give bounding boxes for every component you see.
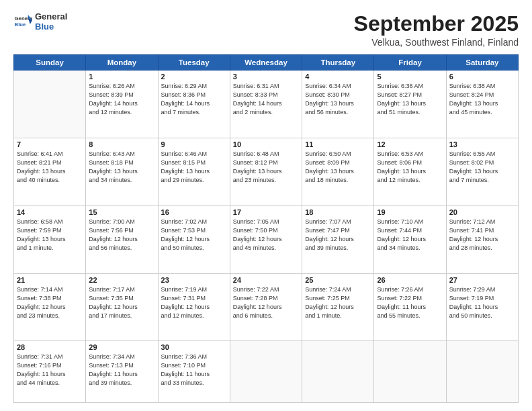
table-row: 16Sunrise: 7:02 AMSunset: 7:53 PMDayligh… — [158, 205, 230, 273]
table-row — [446, 341, 518, 403]
day-info: Sunrise: 7:02 AMSunset: 7:53 PMDaylight:… — [161, 218, 227, 253]
table-row: 1Sunrise: 6:26 AMSunset: 8:39 PMDaylight… — [86, 71, 158, 138]
day-number: 10 — [233, 140, 299, 148]
day-number: 22 — [89, 276, 154, 284]
day-number: 23 — [161, 276, 227, 284]
day-info: Sunrise: 6:53 AMSunset: 8:06 PMDaylight:… — [377, 150, 443, 185]
table-row: 9Sunrise: 6:46 AMSunset: 8:15 PMDaylight… — [158, 138, 230, 205]
logo-icon: General Blue — [13, 13, 32, 32]
table-row — [374, 341, 446, 403]
logo-general-text: General — [35, 12, 67, 22]
svg-text:Blue: Blue — [15, 21, 27, 28]
day-number: 7 — [17, 140, 83, 148]
day-info: Sunrise: 6:43 AMSunset: 8:18 PMDaylight:… — [89, 150, 154, 185]
day-info: Sunrise: 7:29 AMSunset: 7:19 PMDaylight:… — [449, 285, 515, 320]
day-number: 17 — [233, 208, 299, 216]
day-info: Sunrise: 7:24 AMSunset: 7:25 PMDaylight:… — [305, 285, 371, 320]
day-info: Sunrise: 6:48 AMSunset: 8:12 PMDaylight:… — [233, 150, 299, 185]
day-number: 18 — [305, 208, 371, 216]
table-row: 11Sunrise: 6:50 AMSunset: 8:09 PMDayligh… — [302, 138, 374, 205]
col-friday: Friday — [374, 55, 446, 71]
day-info: Sunrise: 6:58 AMSunset: 7:59 PMDaylight:… — [17, 218, 83, 253]
day-number: 6 — [449, 73, 515, 81]
day-info: Sunrise: 6:50 AMSunset: 8:09 PMDaylight:… — [305, 150, 371, 185]
table-row: 15Sunrise: 7:00 AMSunset: 7:56 PMDayligh… — [86, 205, 158, 273]
day-info: Sunrise: 7:14 AMSunset: 7:38 PMDaylight:… — [17, 285, 83, 320]
logo-blue-text: Blue — [35, 22, 67, 32]
title-block: September 2025 Velkua, Southwest Finland… — [354, 12, 519, 48]
col-thursday: Thursday — [302, 55, 374, 71]
table-row: 18Sunrise: 7:07 AMSunset: 7:47 PMDayligh… — [302, 205, 374, 273]
day-number: 29 — [89, 343, 154, 351]
day-number: 26 — [377, 276, 443, 284]
day-info: Sunrise: 6:55 AMSunset: 8:02 PMDaylight:… — [449, 150, 515, 185]
table-row: 5Sunrise: 6:36 AMSunset: 8:27 PMDaylight… — [374, 71, 446, 138]
col-saturday: Saturday — [446, 55, 518, 71]
table-row: 4Sunrise: 6:34 AMSunset: 8:30 PMDaylight… — [302, 71, 374, 138]
col-tuesday: Tuesday — [158, 55, 230, 71]
col-wednesday: Wednesday — [230, 55, 302, 71]
day-number: 19 — [377, 208, 443, 216]
day-info: Sunrise: 7:12 AMSunset: 7:41 PMDaylight:… — [449, 218, 515, 253]
table-row: 27Sunrise: 7:29 AMSunset: 7:19 PMDayligh… — [446, 273, 518, 341]
table-row: 8Sunrise: 6:43 AMSunset: 8:18 PMDaylight… — [86, 138, 158, 205]
table-row: 25Sunrise: 7:24 AMSunset: 7:25 PMDayligh… — [302, 273, 374, 341]
day-number: 15 — [89, 208, 154, 216]
day-info: Sunrise: 6:36 AMSunset: 8:27 PMDaylight:… — [377, 82, 443, 117]
day-number: 9 — [161, 140, 227, 148]
day-info: Sunrise: 6:38 AMSunset: 8:24 PMDaylight:… — [449, 82, 515, 117]
table-row: 22Sunrise: 7:17 AMSunset: 7:35 PMDayligh… — [86, 273, 158, 341]
day-info: Sunrise: 7:07 AMSunset: 7:47 PMDaylight:… — [305, 218, 371, 253]
table-row: 26Sunrise: 7:26 AMSunset: 7:22 PMDayligh… — [374, 273, 446, 341]
table-row: 13Sunrise: 6:55 AMSunset: 8:02 PMDayligh… — [446, 138, 518, 205]
table-row: 10Sunrise: 6:48 AMSunset: 8:12 PMDayligh… — [230, 138, 302, 205]
table-row: 6Sunrise: 6:38 AMSunset: 8:24 PMDaylight… — [446, 71, 518, 138]
table-row: 20Sunrise: 7:12 AMSunset: 7:41 PMDayligh… — [446, 205, 518, 273]
table-row: 14Sunrise: 6:58 AMSunset: 7:59 PMDayligh… — [14, 205, 86, 273]
day-info: Sunrise: 7:34 AMSunset: 7:13 PMDaylight:… — [89, 353, 154, 387]
day-info: Sunrise: 6:34 AMSunset: 8:30 PMDaylight:… — [305, 82, 371, 117]
table-row: 30Sunrise: 7:36 AMSunset: 7:10 PMDayligh… — [158, 341, 230, 403]
location-text: Velkua, Southwest Finland, Finland — [354, 37, 519, 48]
day-number: 20 — [449, 208, 515, 216]
day-info: Sunrise: 7:19 AMSunset: 7:31 PMDaylight:… — [161, 285, 227, 320]
day-number: 4 — [305, 73, 371, 81]
day-info: Sunrise: 6:26 AMSunset: 8:39 PMDaylight:… — [89, 82, 154, 117]
day-info: Sunrise: 7:36 AMSunset: 7:10 PMDaylight:… — [161, 353, 227, 387]
table-row: 19Sunrise: 7:10 AMSunset: 7:44 PMDayligh… — [374, 205, 446, 273]
day-number: 27 — [449, 276, 515, 284]
day-info: Sunrise: 6:46 AMSunset: 8:15 PMDaylight:… — [161, 150, 227, 185]
table-row: 21Sunrise: 7:14 AMSunset: 7:38 PMDayligh… — [14, 273, 86, 341]
day-info: Sunrise: 7:10 AMSunset: 7:44 PMDaylight:… — [377, 218, 443, 253]
table-row: 3Sunrise: 6:31 AMSunset: 8:33 PMDaylight… — [230, 71, 302, 138]
day-number: 12 — [377, 140, 443, 148]
day-number: 28 — [17, 343, 83, 351]
table-row: 17Sunrise: 7:05 AMSunset: 7:50 PMDayligh… — [230, 205, 302, 273]
calendar-table: Sunday Monday Tuesday Wednesday Thursday… — [13, 54, 519, 403]
table-row: 28Sunrise: 7:31 AMSunset: 7:16 PMDayligh… — [14, 341, 86, 403]
table-row: 12Sunrise: 6:53 AMSunset: 8:06 PMDayligh… — [374, 138, 446, 205]
day-number: 21 — [17, 276, 83, 284]
day-number: 1 — [89, 73, 154, 81]
day-info: Sunrise: 7:05 AMSunset: 7:50 PMDaylight:… — [233, 218, 299, 253]
day-number: 25 — [305, 276, 371, 284]
day-number: 24 — [233, 276, 299, 284]
calendar-header-row: Sunday Monday Tuesday Wednesday Thursday… — [14, 55, 519, 71]
day-info: Sunrise: 7:00 AMSunset: 7:56 PMDaylight:… — [89, 218, 154, 253]
col-monday: Monday — [86, 55, 158, 71]
table-row: 2Sunrise: 6:29 AMSunset: 8:36 PMDaylight… — [158, 71, 230, 138]
day-number: 11 — [305, 140, 371, 148]
day-info: Sunrise: 6:41 AMSunset: 8:21 PMDaylight:… — [17, 150, 83, 185]
day-number: 2 — [161, 73, 227, 81]
day-info: Sunrise: 6:31 AMSunset: 8:33 PMDaylight:… — [233, 82, 299, 117]
table-row — [302, 341, 374, 403]
day-number: 3 — [233, 73, 299, 81]
day-number: 14 — [17, 208, 83, 216]
page-header: General Blue General Blue September 2025… — [13, 12, 519, 48]
logo: General Blue General Blue — [13, 12, 67, 32]
day-info: Sunrise: 7:31 AMSunset: 7:16 PMDaylight:… — [17, 353, 83, 387]
month-title: September 2025 — [354, 12, 519, 36]
day-info: Sunrise: 6:29 AMSunset: 8:36 PMDaylight:… — [161, 82, 227, 117]
day-info: Sunrise: 7:17 AMSunset: 7:35 PMDaylight:… — [89, 285, 154, 320]
day-number: 30 — [161, 343, 227, 351]
